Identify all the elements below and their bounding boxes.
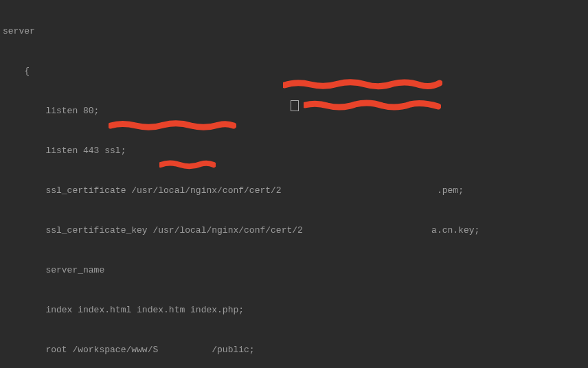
code-line: { (3, 61, 588, 81)
nginx-config-code: server { listen 80; listen 443 ssl; ssl_… (0, 0, 588, 368)
code-line: server_name xxxxxxxxxxxxxxxxxxxxxxx (3, 260, 588, 280)
code-line: listen 443 ssl; (3, 141, 588, 161)
code-line: ssl_certificate /usr/local/nginx/conf/ce… (3, 181, 588, 200)
code-line: ssl_certificate_key /usr/local/nginx/con… (3, 220, 588, 240)
code-line: index index.html index.htm index.php; (3, 300, 588, 320)
code-line: server (3, 21, 588, 41)
code-line: root /workspace/www/Sxxxxxxxxxx/public; (3, 340, 588, 360)
text-cursor-icon (291, 100, 299, 111)
